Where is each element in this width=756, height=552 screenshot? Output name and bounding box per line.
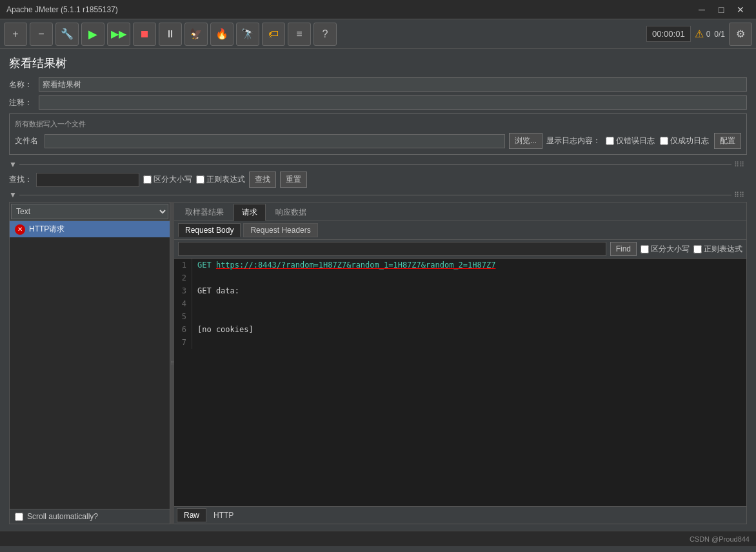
bottom-tab-raw[interactable]: Raw [177,508,206,522]
run-button[interactable]: ▶ [81,23,104,46]
line-num-4: 4 [174,297,192,310]
sub-tab-bar: Request Body Request Headers [174,221,746,240]
search-input[interactable] [36,173,139,187]
code-line-6: 6 [no cookies] [174,323,746,336]
configure-button[interactable]: 配置 [714,133,741,149]
minimize-button[interactable]: ─ [693,3,711,17]
find-case-label: 区分大小写 [651,244,690,255]
remove-button[interactable]: − [30,23,53,46]
divider-line-1[interactable] [19,164,731,165]
code-line-3: 3 GET data: [174,284,746,297]
line-num-7: 7 [174,336,192,349]
regex-label: 正则表达式 [206,174,245,185]
tool2-button[interactable]: 🔥 [210,23,234,46]
tree-list: ✕ HTTP请求 [10,221,170,509]
error-log-checkbox[interactable] [606,137,614,145]
find-case-checkbox[interactable] [641,245,649,253]
line-content-3: GET data: [197,284,746,297]
resize-hint-1: ⠿⠿ [731,161,747,169]
comment-row: 注释： [9,95,747,110]
add-button[interactable]: + [4,23,27,46]
type-select[interactable]: Text [11,204,168,219]
file-section: 所有数据写入一个文件 文件名 浏览... 显示日志内容： 仅错误日志 仅成功日志… [9,113,747,155]
divider-2: ▼ ⠿⠿ [9,190,747,199]
sub-tab-request-headers[interactable]: Request Headers [243,223,317,237]
warning-count: 0 [706,30,711,39]
line-content-2 [197,271,746,284]
tab-request[interactable]: 请求 [234,204,266,221]
tab-sampler-results[interactable]: 取样器结果 [177,204,232,221]
browse-button[interactable]: 浏览... [509,133,542,149]
line-num-6: 6 [174,323,192,336]
error-log-label: 仅错误日志 [616,135,655,146]
right-pane: 取样器结果 请求 响应数据 Request Body Request Heade… [174,202,747,524]
help-button[interactable]: ? [313,23,337,46]
success-log-checkbox-item: 仅成功日志 [660,135,709,146]
status-bar: CSDN @Proud844 [0,531,756,546]
case-sensitive-checkbox[interactable] [143,175,152,184]
bottom-tab-bar: Raw HTTP [174,506,746,524]
app-title: Apache JMeter (5.1.1 r1855137) [6,5,118,14]
line-num-1: 1 [174,259,192,271]
tree-item-label: HTTP请求 [29,224,65,235]
comment-input[interactable] [39,95,747,110]
bottom-tab-http[interactable]: HTTP [206,508,241,522]
run-all-button[interactable]: ▶▶ [107,23,130,46]
settings-button[interactable]: ⚙ [729,23,752,46]
file-section-title: 所有数据写入一个文件 [15,119,741,129]
regex-checkbox[interactable] [196,175,204,184]
status-text: CSDN @Proud844 [690,535,750,543]
code-line-1: 1 GET https://:8443/?random=1H87Z7&rando… [174,259,746,271]
code-area[interactable]: 1 GET https://:8443/?random=1H87Z7&rando… [174,259,746,506]
timer-display: 00:00:01 [646,26,691,42]
find-button[interactable]: Find [610,242,637,256]
find-regex-checkbox[interactable] [693,245,702,253]
warning-badge: ⚠ 0 [695,28,711,40]
file-input[interactable] [45,134,505,148]
tool1-button[interactable]: 🦅 [184,23,208,46]
test-ratio: 0/1 [714,30,725,39]
resize-hint-2: ⠿⠿ [731,191,747,199]
title-bar: Apache JMeter (5.1.1 r1855137) ─ □ ✕ [0,0,756,19]
regex-item: 正则表达式 [196,174,245,185]
search-row: 查找： 区分大小写 正则表达式 查找 重置 [9,172,747,188]
log-button[interactable]: ≡ [288,23,311,46]
warning-icon: ⚠ [695,28,704,40]
maximize-button[interactable]: □ [712,3,730,17]
close-button[interactable]: ✕ [731,3,750,17]
code-line-5: 5 [174,310,746,323]
search-button[interactable]: 查找 [249,172,276,188]
tree-item-http[interactable]: ✕ HTTP请求 [10,221,170,237]
stop-button[interactable]: ⏹ [133,23,156,46]
find-case-item: 区分大小写 [641,244,690,255]
tool4-button[interactable]: 🏷 [262,23,285,46]
tab-response-data[interactable]: 响应数据 [267,204,315,221]
divider-arrow-1[interactable]: ▼ [9,160,17,169]
error-log-checkbox-item: 仅错误日志 [606,135,655,146]
find-input[interactable] [178,242,606,256]
reset-button[interactable]: 重置 [280,172,307,188]
search-label: 查找： [9,174,32,185]
pause-button[interactable]: ⏸ [159,23,182,46]
window-controls: ─ □ ✕ [693,3,750,17]
sub-tab-request-body[interactable]: Request Body [178,223,241,237]
divider-line-2[interactable] [19,195,731,195]
success-log-checkbox[interactable] [660,137,668,145]
scroll-auto-checkbox[interactable] [15,513,23,521]
tool3-button[interactable]: 🔭 [236,23,259,46]
log-content-label: 显示日志内容： [546,135,601,146]
properties-button[interactable]: 🔧 [55,23,79,46]
name-label: 名称： [9,79,35,90]
main-tab-bar: 取样器结果 请求 响应数据 [174,202,746,221]
scroll-auto-label: Scroll automatically? [27,512,98,521]
name-row: 名称： [9,77,747,92]
name-input[interactable] [39,77,747,92]
log-options: 显示日志内容： 仅错误日志 仅成功日志 配置 [546,133,741,149]
left-footer: Scroll automatically? [10,509,170,524]
find-bar: Find 区分大小写 正则表达式 [174,240,746,259]
case-sensitive-item: 区分大小写 [143,174,192,185]
type-selector-row: Text [10,202,170,221]
divider-arrow-2[interactable]: ▼ [9,190,17,199]
find-regex-label: 正则表达式 [704,244,742,255]
left-pane: Text ✕ HTTP请求 Scroll automatically? [9,202,170,524]
